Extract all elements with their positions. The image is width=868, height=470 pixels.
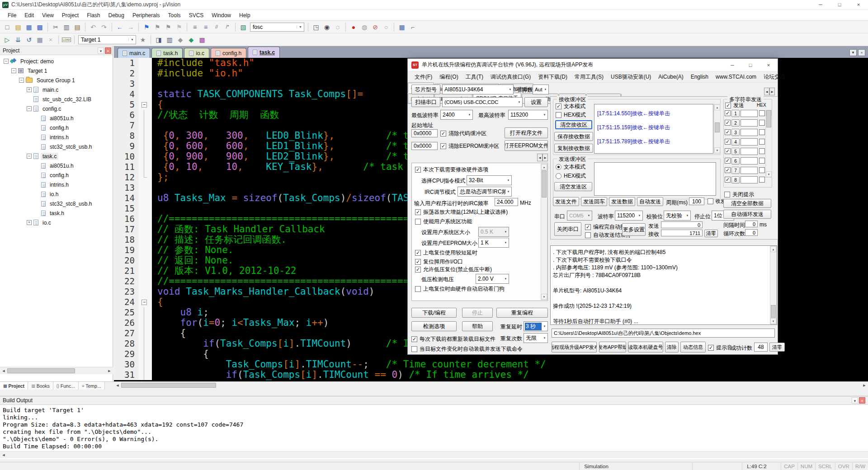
- checkbox-icon[interactable]: ✓: [415, 267, 421, 273]
- tree-expand-icon[interactable]: −: [19, 78, 24, 83]
- tree-expand-icon[interactable]: −: [11, 68, 16, 73]
- scroll-thumb[interactable]: [766, 110, 771, 127]
- send-hex-mode-radio[interactable]: HEX模式: [556, 172, 586, 180]
- fold-collapse-icon[interactable]: −: [142, 300, 147, 305]
- multi-row-5-hex-checkbox[interactable]: [759, 148, 765, 154]
- checkbox-icon[interactable]: [415, 286, 421, 292]
- multi-row-1-hex-checkbox[interactable]: [759, 110, 765, 116]
- breakpoint-kill-all-icon[interactable]: ⊘: [370, 22, 380, 32]
- checkbox-icon[interactable]: ✓: [556, 103, 561, 109]
- target-options-icon[interactable]: ★: [138, 35, 148, 45]
- scroll-left-icon[interactable]: ◀: [0, 367, 7, 374]
- checkbox-icon[interactable]: ✓: [415, 167, 421, 173]
- menu-tools[interactable]: Tools: [164, 11, 185, 20]
- batch-build-icon[interactable]: ▦: [35, 35, 45, 45]
- multi-row-5-field[interactable]: [741, 148, 758, 155]
- publish-help-button[interactable]: 发布APP帮助: [599, 342, 626, 352]
- checkbox-icon[interactable]: [759, 110, 765, 116]
- hw-option-6-checkbox[interactable]: 使能用户系统区功能: [415, 218, 472, 226]
- target-select-combo[interactable]: Target 1▼: [78, 35, 136, 44]
- serial-port-select[interactable]: (COM5) USB-CDC,CDC▼: [442, 97, 523, 107]
- multi-row-5-button[interactable]: 5: [731, 148, 740, 155]
- checkbox-icon[interactable]: [759, 167, 765, 173]
- eeprom-start-address-field[interactable]: 0x0000: [411, 142, 438, 150]
- chevron-down-icon[interactable]: ▼: [467, 113, 472, 116]
- paste-icon[interactable]: ▤: [72, 22, 82, 32]
- beep-checkbox[interactable]: ✓提示音: [708, 344, 732, 352]
- clear-button[interactable]: 清除: [665, 342, 679, 352]
- checkbox-icon[interactable]: ✓: [725, 110, 731, 116]
- multi-row-4-hex-checkbox[interactable]: [759, 139, 765, 145]
- menu-help[interactable]: Help: [235, 11, 255, 20]
- port-settings-button[interactable]: 设置: [524, 97, 548, 107]
- checkbox-icon[interactable]: ✓: [415, 259, 421, 265]
- dialog-menu-usbu[interactable]: USB驱动安装(U): [608, 72, 654, 82]
- tab-scroll-left-icon[interactable]: ◀: [537, 154, 542, 161]
- check-options-button[interactable]: 检测选项: [411, 321, 457, 331]
- window-layout-icon[interactable]: ▦: [397, 22, 407, 32]
- hw-option-9-checkbox[interactable]: ✓上电复位使用较短延时: [415, 249, 477, 257]
- checkbox-icon[interactable]: [759, 129, 765, 135]
- multi-row-5-checkbox[interactable]: ✓: [725, 148, 731, 154]
- send-cr-button[interactable]: 发送回车: [581, 197, 607, 206]
- build-output-hscrollbar[interactable]: ◀: [0, 451, 868, 458]
- checkbox-icon[interactable]: [759, 177, 765, 183]
- configure-tools-icon[interactable]: ⌐: [408, 22, 418, 32]
- minimize-button[interactable]: ─: [811, 0, 830, 9]
- autoload-on-change-checkbox[interactable]: 当目标文件变化时自动装载并发送下载命令: [411, 345, 523, 353]
- navigate-next-icon[interactable]: ◆: [186, 35, 196, 45]
- scroll-thumb[interactable]: [542, 170, 547, 197]
- chevron-down-icon[interactable]: ▼: [637, 214, 642, 217]
- navigate-previous-icon[interactable]: ◆: [175, 35, 185, 45]
- bookmark-previous-icon[interactable]: ⚑: [152, 22, 162, 32]
- chevron-down-icon[interactable]: ▼: [128, 38, 136, 41]
- multi-row-3-checkbox[interactable]: ✓: [725, 129, 731, 135]
- chevron-down-icon[interactable]: ▼: [503, 277, 509, 280]
- checkbox-icon[interactable]: [759, 120, 765, 126]
- dialog-menu-o[interactable]: 编程(O): [436, 72, 461, 82]
- interval-field[interactable]: 0: [745, 221, 758, 227]
- publish-app-button[interactable]: 远程现场升级APP发布: [552, 342, 597, 352]
- chevron-down-icon[interactable]: ▼: [542, 88, 548, 91]
- multi-row-2-hex-checkbox[interactable]: [759, 120, 765, 126]
- chevron-down-icon[interactable]: ▼: [505, 179, 511, 182]
- send-textarea[interactable]: [594, 162, 716, 196]
- dialog-maximize-button[interactable]: □: [741, 59, 760, 71]
- chevron-down-icon[interactable]: ▼: [503, 230, 509, 233]
- recv-hex-mode-checkbox[interactable]: HEX模式: [556, 111, 586, 119]
- close-port-button[interactable]: 关闭串口: [554, 222, 581, 236]
- send-text-mode-radio[interactable]: 文本模式: [556, 163, 585, 171]
- read-disk-id-button[interactable]: 读取本机硬盘号: [628, 342, 663, 352]
- save-icon[interactable]: ▦: [24, 22, 34, 32]
- checkbox-icon[interactable]: [759, 139, 765, 145]
- redo-icon[interactable]: ↷: [99, 22, 109, 32]
- tree-expand-icon[interactable]: −: [4, 59, 9, 64]
- menu-edit[interactable]: Edit: [20, 11, 38, 20]
- maximize-button[interactable]: □: [830, 0, 849, 9]
- chip-model-select[interactable]: AI8051U-34K64▼: [442, 85, 514, 94]
- repeat-count-select[interactable]: 无限▼: [524, 333, 548, 343]
- multi-row-1-button[interactable]: 1: [731, 110, 740, 117]
- scroll-down-icon[interactable]: ▼: [766, 171, 772, 177]
- open-eeprom-file-button[interactable]: 打开EEPROM文件: [505, 140, 548, 151]
- cut-icon[interactable]: ✂: [51, 22, 61, 32]
- multi-row-8-checkbox[interactable]: ✓: [725, 177, 731, 183]
- checkbox-icon[interactable]: [759, 158, 765, 164]
- checkbox-icon[interactable]: ✓: [415, 209, 421, 215]
- baud-select[interactable]: 115200▼: [615, 211, 643, 221]
- dynamic-info-button[interactable]: 动态信息: [680, 342, 706, 352]
- tree-item-task-c[interactable]: −task.c: [0, 151, 113, 161]
- dock-tab-temp[interactable]: ≡Temp...: [79, 382, 105, 390]
- checkbox-icon[interactable]: ✓: [725, 167, 731, 173]
- chevron-down-icon[interactable]: ▼: [586, 214, 592, 217]
- scroll-left-icon[interactable]: ◀: [114, 382, 121, 389]
- navigate-back-icon[interactable]: ←: [115, 22, 125, 32]
- scroll-thumb[interactable]: [715, 122, 720, 132]
- multi-row-7-field[interactable]: [741, 167, 758, 174]
- multi-row-8-field[interactable]: [741, 176, 758, 183]
- multi-row-1-field[interactable]: [741, 110, 758, 117]
- parity-select[interactable]: 无校验▼: [664, 211, 691, 221]
- multi-row-1-checkbox[interactable]: ✓: [725, 110, 731, 116]
- editor-tab-main-c[interactable]: main.c: [118, 48, 150, 58]
- dialog-close-button[interactable]: ×: [760, 59, 778, 71]
